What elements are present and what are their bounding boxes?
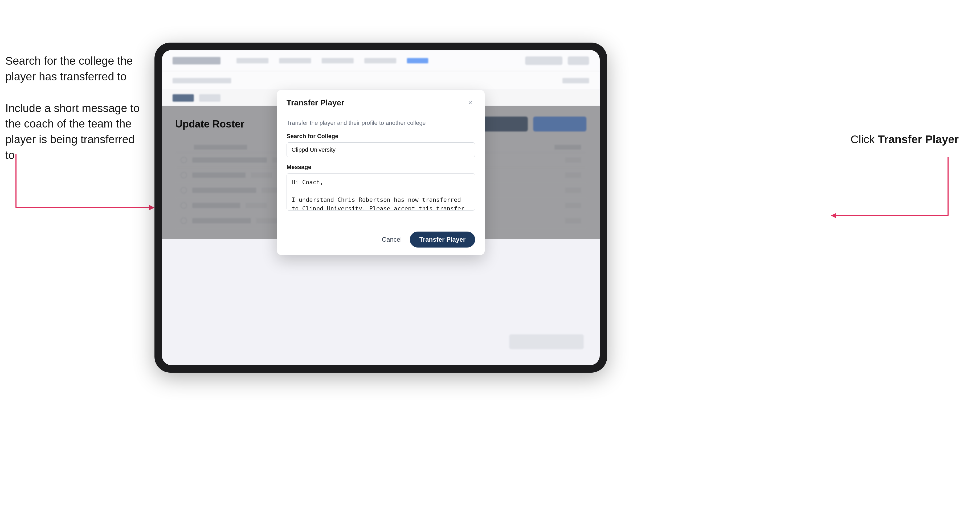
- tab-item-active: [173, 94, 194, 102]
- svg-marker-5: [831, 213, 836, 218]
- modal-description: Transfer the player and their profile to…: [286, 119, 475, 126]
- annotation-search-text: Search for the college the player has tr…: [5, 55, 133, 83]
- modal-close-button[interactable]: ×: [466, 98, 475, 108]
- annotation-message-text: Include a short message to the coach of …: [5, 102, 140, 161]
- main-content: Update Roster: [162, 106, 600, 239]
- annotation-click-text: Click: [851, 133, 878, 146]
- sub-header-right: [562, 78, 589, 83]
- modal-body: Transfer the player and their profile to…: [277, 113, 485, 226]
- college-label: Search for College: [286, 133, 475, 140]
- college-form-group: Search for College: [286, 133, 475, 157]
- modal-title: Transfer Player: [286, 98, 344, 107]
- app-logo: [173, 57, 221, 64]
- modal-overlay: Transfer Player × Transfer the player an…: [162, 106, 600, 239]
- ipad-screen: Update Roster: [162, 50, 600, 365]
- bottom-area: [509, 334, 584, 349]
- bottom-btn: [509, 334, 584, 349]
- cancel-button[interactable]: Cancel: [379, 236, 404, 243]
- arrow-right: [831, 157, 959, 232]
- message-textarea[interactable]: Hi Coach, I understand Chris Robertson h…: [286, 173, 475, 211]
- annotation-right: Click Transfer Player: [851, 133, 959, 146]
- transfer-player-modal: Transfer Player × Transfer the player an…: [277, 90, 485, 255]
- app-header-right: [525, 56, 589, 65]
- nav-item-3: [322, 58, 354, 63]
- app-header: [162, 50, 600, 71]
- modal-footer: Cancel Transfer Player: [277, 226, 485, 255]
- message-form-group: Message Hi Coach, I understand Chris Rob…: [286, 163, 475, 211]
- arrow-left: [5, 154, 160, 224]
- transfer-player-button[interactable]: Transfer Player: [410, 232, 475, 248]
- header-btn-2: [568, 56, 589, 65]
- annotation-left: Search for the college the player has tr…: [5, 53, 144, 163]
- nav-item-2: [279, 58, 311, 63]
- nav-item-1: [237, 58, 269, 63]
- tab-item-1: [199, 94, 221, 102]
- message-label: Message: [286, 163, 475, 171]
- app-nav: [237, 58, 525, 63]
- college-search-input[interactable]: [286, 142, 475, 157]
- sub-header: [162, 71, 600, 90]
- header-btn-1: [525, 56, 562, 65]
- sub-header-text: [173, 78, 231, 83]
- ipad-frame: Update Roster: [154, 43, 607, 373]
- svg-marker-2: [149, 205, 154, 210]
- modal-header: Transfer Player ×: [277, 90, 485, 113]
- nav-item-4: [364, 58, 396, 63]
- annotation-transfer-bold: Transfer Player: [878, 133, 959, 146]
- nav-item-active: [407, 58, 428, 63]
